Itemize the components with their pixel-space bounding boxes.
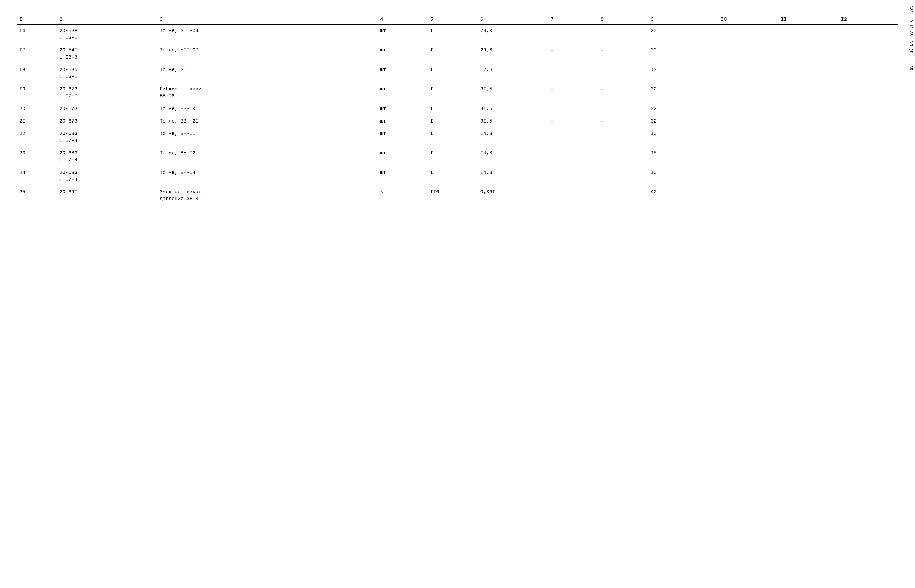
side-text-3: - 85 -	[909, 61, 913, 75]
cell-3-9	[718, 83, 778, 102]
cell-5-5: 3I,5	[477, 115, 548, 128]
cell-1-7: –	[598, 44, 648, 63]
table-row: 2I20-673То же, ВВ -2IштI3I,5––32	[16, 115, 899, 128]
cell-8-9	[718, 166, 778, 186]
cell-2-0: I8	[16, 64, 57, 83]
table-row: 2520-697Эжектор низкогодавления ЭН-8кгII…	[16, 186, 899, 205]
cell-9-0: 25	[16, 186, 57, 205]
header-col9: 9	[648, 14, 718, 24]
cell-4-8: 32	[648, 103, 718, 115]
cell-7-4: I	[427, 147, 477, 166]
cell-5-10	[778, 115, 838, 128]
cell-3-4: I	[427, 83, 477, 102]
cell-4-9	[718, 103, 778, 115]
table-row: I720-54Iш.I3-3То же, УПI-07штI29,6––30	[16, 44, 899, 63]
cell-1-5: 29,6	[477, 44, 548, 63]
table-row: 2220-683ш.I7-4То же, ВН-IIштII4,8––I5	[16, 128, 899, 147]
cell-6-6: –	[548, 128, 598, 147]
cell-8-4: I	[427, 166, 477, 186]
table-row: 2420-683ш.I7-4То же, ВН-I4штII4,8––I5	[16, 166, 899, 186]
cell-5-11	[838, 115, 899, 128]
header-col12: I2	[838, 14, 899, 24]
cell-2-1: 20-535ш.I3-I	[57, 64, 157, 83]
cell-8-1: 20-683ш.I7-4	[57, 166, 157, 186]
cell-9-7: –	[598, 186, 648, 205]
cell-8-3: шт	[377, 166, 427, 186]
cell-6-7: –	[598, 128, 648, 147]
cell-0-7: –	[598, 24, 648, 44]
cell-7-7: –	[598, 147, 648, 166]
cell-7-1: 20-683ш.I7-4	[57, 147, 157, 166]
cell-0-3: шт	[377, 24, 427, 44]
cell-6-5: I4,8	[477, 128, 548, 147]
cell-3-3: шт	[377, 83, 427, 102]
cell-4-7: –	[598, 103, 648, 115]
cell-8-7: –	[598, 166, 648, 186]
cell-2-5: I2,6	[477, 64, 548, 83]
cell-8-10	[778, 166, 838, 186]
cell-7-5: I4,8	[477, 147, 548, 166]
cell-6-3: шт	[377, 128, 427, 147]
cell-7-0: 23	[16, 147, 57, 166]
cell-9-5: 0,36I	[477, 186, 548, 205]
table-row: I820-535ш.I3-IТо же, УПI–штII2,6––I3	[16, 64, 899, 83]
cell-8-5: I4,8	[477, 166, 548, 186]
cell-8-11	[838, 166, 899, 186]
cell-0-9	[718, 24, 778, 44]
cell-6-8: I5	[648, 128, 718, 147]
cell-1-1: 20-54Iш.I3-3	[57, 44, 157, 63]
header-col3: 3	[157, 14, 377, 24]
cell-9-9	[718, 186, 778, 205]
cell-7-11	[838, 147, 899, 166]
cell-4-6: –	[548, 103, 598, 115]
cell-1-2: То же, УПI-07	[157, 44, 377, 63]
cell-3-1: 20-673ш.I7-7	[57, 83, 157, 102]
cell-6-9	[718, 128, 778, 147]
cell-0-6: –	[548, 24, 598, 44]
cell-9-1: 20-697	[57, 186, 157, 205]
cell-7-9	[718, 147, 778, 166]
cell-2-9	[718, 64, 778, 83]
cell-3-2: Гибкие вставкиВВ-I8	[157, 83, 377, 102]
cell-0-11	[838, 24, 899, 44]
cell-3-0: I9	[16, 83, 57, 102]
cell-3-5: 3I,5	[477, 83, 548, 102]
cell-6-0: 22	[16, 128, 57, 147]
cell-1-0: I7	[16, 44, 57, 63]
header-col11: II	[778, 14, 838, 24]
cell-4-5: 3I,5	[477, 103, 548, 115]
cell-8-8: I5	[648, 166, 718, 186]
cell-0-8: 20	[648, 24, 718, 44]
cell-1-11	[838, 44, 899, 63]
cell-9-10	[778, 186, 838, 205]
cell-7-10	[778, 147, 838, 166]
cell-7-2: То же, ВН-I2	[157, 147, 377, 166]
table-row: 2020-673То же, ВВ-I9штI3I,5––32	[16, 103, 899, 115]
cell-0-2: То же, УПI-04	[157, 24, 377, 44]
cell-1-10	[778, 44, 838, 63]
cell-2-8: I3	[648, 64, 718, 83]
cell-8-2: То же, ВН-I4	[157, 166, 377, 186]
cell-1-9	[718, 44, 778, 63]
cell-4-2: То же, ВВ-I9	[157, 103, 377, 115]
side-label: 333 - 9-10.85 УП (I) - 85 -	[907, 0, 915, 216]
cell-1-8: 30	[648, 44, 718, 63]
cell-9-8: 42	[648, 186, 718, 205]
cell-0-0: I6	[16, 24, 57, 44]
cell-5-3: шт	[377, 115, 427, 128]
cell-3-8: 32	[648, 83, 718, 102]
cell-7-3: шт	[377, 147, 427, 166]
cell-5-6: –	[548, 115, 598, 128]
table-row: 2320-683ш.I7-4То же, ВН-I2штII4,8––I5	[16, 147, 899, 166]
cell-6-2: То же, ВН-II	[157, 128, 377, 147]
cell-2-3: шт	[377, 64, 427, 83]
cell-0-5: 20,0	[477, 24, 548, 44]
cell-2-11	[838, 64, 899, 83]
side-text-1: 333 - 9-10.85	[909, 5, 913, 36]
cell-9-2: Эжектор низкогодавления ЭН-8	[157, 186, 377, 205]
cell-5-2: То же, ВВ -2I	[157, 115, 377, 128]
cell-9-11	[838, 186, 899, 205]
cell-5-7: –	[598, 115, 648, 128]
cell-4-11	[838, 103, 899, 115]
header-col7: 7	[548, 14, 598, 24]
